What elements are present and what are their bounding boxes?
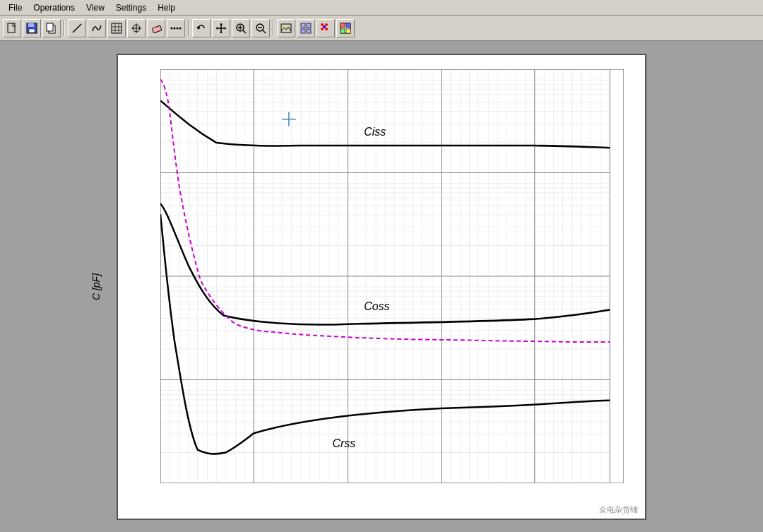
undo-button[interactable] xyxy=(192,19,211,37)
svg-rect-43 xyxy=(341,29,345,33)
save-button[interactable] xyxy=(23,19,41,37)
menu-settings[interactable]: Settings xyxy=(110,1,152,14)
svg-point-16 xyxy=(171,27,173,29)
eraser-button[interactable] xyxy=(147,19,165,37)
separator-3 xyxy=(273,20,274,36)
svg-rect-33 xyxy=(301,29,305,33)
toolbar xyxy=(0,16,763,41)
grid-tool-button[interactable] xyxy=(107,19,126,37)
svg-rect-3 xyxy=(29,29,35,32)
dotline-button[interactable] xyxy=(167,19,185,37)
chart-area: Ciss Coss Crss 10⁰ 10¹ 10² 10³ 10⁴ 0 100… xyxy=(160,69,624,483)
separator-2 xyxy=(188,20,189,36)
chart-container: C [pF] xyxy=(117,54,646,520)
svg-rect-7 xyxy=(112,23,122,33)
zoom-out-button[interactable] xyxy=(252,19,270,37)
svg-rect-5 xyxy=(47,23,53,31)
svg-rect-32 xyxy=(307,23,311,28)
svg-point-18 xyxy=(177,27,179,29)
svg-rect-42 xyxy=(346,23,350,28)
svg-rect-2 xyxy=(28,23,34,27)
menu-file[interactable]: File xyxy=(3,1,28,14)
line-tool-button[interactable] xyxy=(68,19,86,37)
menu-operations[interactable]: Operations xyxy=(28,1,81,14)
svg-point-38 xyxy=(325,28,328,30)
coss-label: Coss xyxy=(364,300,389,312)
crosshair-tool-button[interactable] xyxy=(127,19,146,37)
svg-rect-41 xyxy=(341,23,345,28)
export-button[interactable] xyxy=(336,19,355,37)
zoom-in-button[interactable] xyxy=(232,19,250,37)
curve-tool-button[interactable] xyxy=(88,19,106,37)
svg-rect-15 xyxy=(152,25,162,33)
grid2-button[interactable] xyxy=(297,19,315,37)
svg-point-36 xyxy=(325,23,328,26)
svg-rect-0 xyxy=(8,23,15,32)
svg-point-39 xyxy=(323,25,326,28)
svg-point-17 xyxy=(174,27,176,29)
dots-button[interactable] xyxy=(317,19,335,37)
svg-rect-34 xyxy=(307,29,311,33)
main-content: C [pF] xyxy=(0,41,763,532)
image-button[interactable] xyxy=(277,19,295,37)
svg-rect-31 xyxy=(301,23,305,28)
menu-help[interactable]: Help xyxy=(152,1,181,14)
new-button[interactable] xyxy=(3,19,21,37)
move-button[interactable] xyxy=(212,19,230,37)
svg-rect-44 xyxy=(346,29,350,33)
separator-1 xyxy=(64,20,65,36)
svg-point-30 xyxy=(283,25,285,28)
copy-button[interactable] xyxy=(42,19,61,37)
svg-point-37 xyxy=(321,28,324,30)
y-axis-label: C [pF] xyxy=(90,273,102,300)
crss-label: Crss xyxy=(333,437,356,449)
svg-line-23 xyxy=(243,30,246,33)
menubar: File Operations View Settings Help xyxy=(0,0,763,16)
menu-view[interactable]: View xyxy=(81,1,110,14)
svg-point-19 xyxy=(179,27,182,29)
watermark: 众电杂货铺 xyxy=(599,504,638,515)
svg-line-27 xyxy=(263,30,266,33)
svg-line-6 xyxy=(73,24,81,32)
svg-point-35 xyxy=(321,23,324,26)
chart-svg: Ciss Coss Crss 10⁰ 10¹ 10² 10³ 10⁴ 0 100… xyxy=(160,69,624,483)
ciss-label: Ciss xyxy=(364,124,386,137)
